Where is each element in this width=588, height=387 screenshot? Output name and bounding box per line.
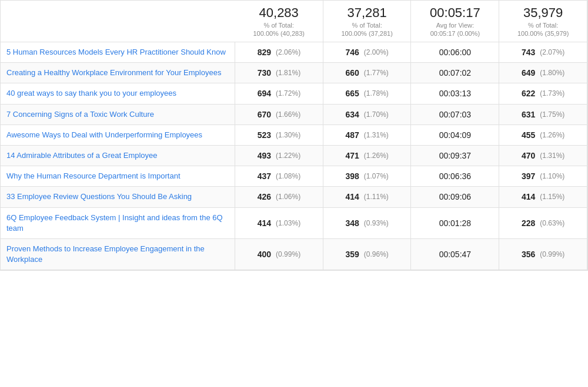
pageviews-cell: 829(2.06%)	[235, 42, 323, 63]
row-title-cell: Why the Human Resource Department is Imp…	[1, 166, 235, 187]
unique-pageviews-cell: 414(1.11%)	[323, 187, 411, 207]
pageviews-pct: (1.81%)	[276, 69, 300, 77]
unique-pageviews-cell: 487(1.31%)	[323, 124, 411, 145]
analytics-table: 40,283 % of Total: 100.00% (40,283) 37,2…	[1, 1, 587, 270]
pageviews-cell: 493(1.22%)	[235, 145, 323, 166]
time-value: 00:07:03	[439, 110, 472, 119]
page-title-link[interactable]: 5 Human Resources Models Every HR Practi…	[6, 48, 226, 56]
unique-value: 660	[345, 68, 359, 78]
pageviews-pct: (1.22%)	[276, 152, 300, 160]
table-row: 6Q Employee Feedback System | Insight an…	[1, 207, 587, 238]
entrances-pct: (0.63%)	[540, 219, 564, 227]
unique-pct: (1.70%)	[364, 110, 389, 119]
pageviews-value: 670	[258, 110, 271, 119]
row-title-cell: Awesome Ways to Deal with Underperformin…	[1, 124, 235, 145]
entrances-pct: (1.10%)	[540, 172, 564, 180]
unique-value: 634	[345, 110, 359, 119]
entrances-value: 414	[522, 192, 535, 201]
unique-pageviews-cell: 348(0.93%)	[323, 207, 411, 238]
pageviews-cell: 694(1.72%)	[235, 83, 323, 104]
row-title-cell: 7 Concerning Signs of a Toxic Work Cultu…	[1, 104, 235, 124]
entrances-sub1: % of Total:	[505, 22, 581, 29]
row-title-cell: 6Q Employee Feedback System | Insight an…	[1, 207, 235, 238]
unique-pct: (0.96%)	[364, 250, 389, 258]
row-title-cell: Creating a Healthy Workplace Environment…	[1, 63, 235, 83]
avg-time-cell: 00:09:37	[411, 145, 499, 166]
entrances-pct: (0.99%)	[540, 250, 564, 258]
pageviews-pct: (1.66%)	[276, 110, 300, 119]
table-row: 7 Concerning Signs of a Toxic Work Cultu…	[1, 104, 587, 124]
pageviews-value: 426	[258, 192, 271, 201]
entrances-pct: (1.75%)	[540, 110, 564, 119]
avg-time-cell: 00:09:06	[411, 187, 499, 207]
entrances-cell: 743(2.07%)	[499, 42, 587, 63]
page-title-link[interactable]: 40 great ways to say thank you to your e…	[6, 89, 176, 97]
entrances-cell: 228(0.63%)	[499, 207, 587, 238]
entrances-pct: (1.15%)	[540, 193, 564, 201]
header-unique-col: 37,281 % of Total: 100.00% (37,281)	[323, 1, 411, 42]
header-time-col: 00:05:17 Avg for View: 00:05:17 (0.00%)	[411, 1, 499, 42]
unique-pct: (1.31%)	[364, 131, 389, 139]
pageviews-cell: 426(1.06%)	[235, 187, 323, 207]
page-title-link[interactable]: 7 Concerning Signs of a Toxic Work Cultu…	[6, 110, 154, 119]
unique-value: 359	[345, 250, 359, 259]
time-value: 00:06:00	[439, 48, 472, 57]
pageviews-pct: (1.03%)	[276, 219, 300, 227]
unique-value: 471	[345, 151, 359, 160]
unique-sub2: 100.00% (37,281)	[329, 30, 405, 37]
time-value: 00:06:36	[439, 171, 472, 181]
entrances-value: 356	[522, 250, 535, 259]
page-title-link[interactable]: 6Q Employee Feedback System | Insight an…	[6, 213, 223, 233]
unique-value: 487	[345, 130, 359, 140]
entrances-pct: (1.73%)	[540, 89, 564, 97]
pageviews-pct: (2.06%)	[276, 48, 300, 56]
row-title-cell: 33 Employee Review Questions You Should …	[1, 187, 235, 207]
pageviews-value: 437	[258, 171, 271, 181]
pageviews-cell: 670(1.66%)	[235, 104, 323, 124]
pageviews-value: 730	[258, 68, 271, 78]
page-title-link[interactable]: 33 Employee Review Questions You Should …	[6, 192, 192, 201]
page-title-link[interactable]: Proven Methods to Increase Employee Enga…	[6, 244, 205, 264]
unique-pct: (1.07%)	[364, 172, 389, 180]
table-row: Awesome Ways to Deal with Underperformin…	[1, 124, 587, 145]
unique-pct: (2.00%)	[364, 48, 389, 56]
unique-pageviews-cell: 359(0.96%)	[323, 238, 411, 270]
unique-pct: (1.77%)	[364, 69, 389, 77]
header-entrances-col: 35,979 % of Total: 100.00% (35,979)	[499, 1, 587, 42]
unique-pct: (1.11%)	[364, 193, 389, 201]
row-title-cell: 5 Human Resources Models Every HR Practi…	[1, 42, 235, 63]
page-title-link[interactable]: Awesome Ways to Deal with Underperformin…	[6, 130, 202, 139]
table-row: Creating a Healthy Workplace Environment…	[1, 63, 587, 83]
pageviews-sub1: % of Total:	[241, 22, 317, 29]
unique-pct: (1.78%)	[364, 89, 389, 97]
entrances-cell: 414(1.15%)	[499, 187, 587, 207]
unique-pageviews-cell: 398(1.07%)	[323, 166, 411, 187]
entrances-main-value: 35,979	[505, 5, 581, 21]
table-row: Why the Human Resource Department is Imp…	[1, 166, 587, 187]
entrances-cell: 356(0.99%)	[499, 238, 587, 270]
avg-time-cell: 00:06:00	[411, 42, 499, 63]
unique-pct: (0.93%)	[364, 219, 389, 227]
entrances-value: 631	[522, 110, 535, 119]
page-title-link[interactable]: Why the Human Resource Department is Imp…	[6, 171, 181, 180]
entrances-pct: (2.07%)	[540, 48, 564, 56]
entrances-value: 743	[522, 48, 535, 57]
unique-value: 398	[345, 171, 359, 181]
table-row: 33 Employee Review Questions You Should …	[1, 187, 587, 207]
page-title-link[interactable]: 14 Admirable Attributes of a Great Emplo…	[6, 151, 158, 160]
pageviews-pct: (0.99%)	[276, 250, 300, 258]
avg-time-cell: 00:07:03	[411, 104, 499, 124]
table-body: 5 Human Resources Models Every HR Practi…	[1, 42, 587, 270]
table-row: 5 Human Resources Models Every HR Practi…	[1, 42, 587, 63]
pageviews-cell: 414(1.03%)	[235, 207, 323, 238]
header-title-col	[1, 1, 235, 42]
pageviews-sub2: 100.00% (40,283)	[241, 30, 317, 37]
unique-pageviews-cell: 634(1.70%)	[323, 104, 411, 124]
unique-pct: (1.26%)	[364, 152, 389, 160]
pageviews-pct: (1.72%)	[276, 89, 300, 97]
pageviews-cell: 730(1.81%)	[235, 63, 323, 83]
time-value: 00:07:02	[439, 68, 472, 78]
pageviews-pct: (1.30%)	[276, 131, 300, 139]
page-title-link[interactable]: Creating a Healthy Workplace Environment…	[6, 68, 221, 77]
avg-time-cell: 00:07:02	[411, 63, 499, 83]
